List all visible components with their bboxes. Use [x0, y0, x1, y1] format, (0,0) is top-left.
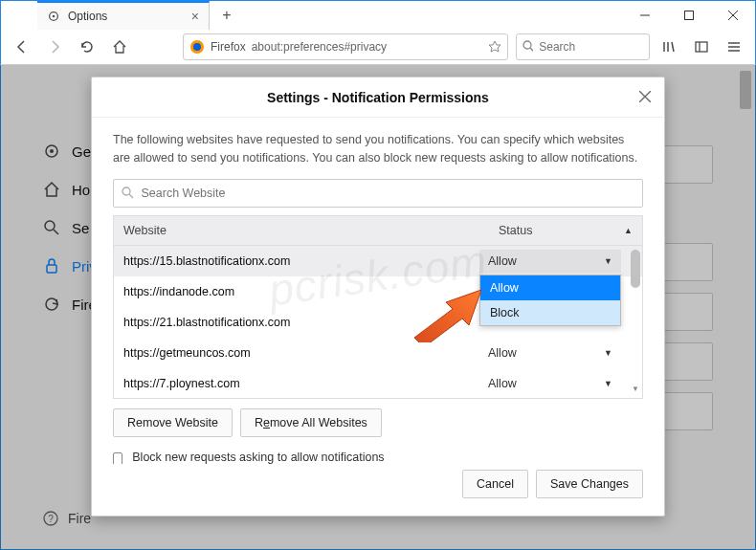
- svg-point-27: [122, 187, 130, 195]
- status-dropdown: Allow Block: [479, 275, 621, 326]
- minimize-icon: [640, 11, 650, 20]
- remove-website-button[interactable]: Remove Website: [113, 408, 233, 437]
- remove-buttons-row: Remove Website Remove All Websites: [113, 408, 643, 437]
- back-icon: [14, 39, 30, 55]
- dialog-title: Settings - Notification Permissions: [267, 90, 489, 105]
- close-icon: [639, 91, 651, 102]
- identity-label: Firefox: [211, 40, 246, 54]
- status-value: Allow: [488, 346, 517, 360]
- sidebar-icon: [694, 39, 709, 55]
- forward-icon: [47, 39, 62, 55]
- block-new-requests-checkbox[interactable]: [113, 452, 122, 465]
- permissions-table: Website Status▲ https://15.blastnotifica…: [113, 215, 643, 399]
- svg-point-8: [523, 41, 531, 49]
- status-value: Allow: [488, 254, 517, 268]
- tab-title: Options: [68, 10, 107, 23]
- svg-point-7: [193, 43, 201, 51]
- window-minimize-button[interactable]: [623, 1, 667, 30]
- notification-permissions-dialog: Settings - Notification Permissions The …: [91, 77, 665, 517]
- sidebar-button[interactable]: [686, 33, 717, 61]
- caret-down-icon: ▼: [604, 379, 612, 388]
- search-website-field[interactable]: [113, 179, 643, 208]
- browser-toolbar: Firefox about:preferences#privacy: [0, 29, 756, 65]
- caret-up-icon: ▲: [624, 226, 633, 235]
- plus-icon: +: [222, 7, 231, 24]
- cancel-button[interactable]: Cancel: [462, 470, 528, 498]
- status-select[interactable]: Allow▼: [479, 341, 621, 364]
- dropdown-option-allow[interactable]: Allow: [480, 275, 620, 300]
- search-icon: [523, 40, 533, 53]
- cell-status[interactable]: Allow▼ Allow Block: [474, 250, 627, 273]
- dialog-body: The following websites have requested to…: [92, 118, 664, 464]
- remove-all-websites-button[interactable]: Remove All Websites: [240, 408, 382, 437]
- btn-label-tail: move All Websites: [270, 416, 367, 429]
- svg-point-1: [53, 15, 56, 18]
- caret-down-icon: ▼: [604, 256, 612, 266]
- scrollbar-thumb[interactable]: [631, 250, 640, 288]
- library-button[interactable]: [654, 33, 684, 61]
- svg-line-12: [672, 42, 674, 52]
- dialog-description: The following websites have requested to…: [113, 131, 643, 167]
- url-text: about:preferences#privacy: [252, 40, 482, 54]
- cell-website: https://7.ploynest.com: [114, 377, 474, 390]
- table-row[interactable]: https://7.ploynest.com Allow▼: [114, 368, 642, 399]
- dropdown-option-block[interactable]: Block: [480, 300, 620, 325]
- forward-button[interactable]: [39, 33, 70, 61]
- search-website-input[interactable]: [142, 187, 635, 200]
- table-body: https://15.blastnotificationx.com Allow▼…: [113, 246, 643, 399]
- close-icon: [728, 11, 738, 20]
- address-bar[interactable]: Firefox about:preferences#privacy: [183, 33, 508, 60]
- svg-line-9: [530, 48, 533, 52]
- checkbox-label: Block new requests asking to allow notif…: [132, 451, 643, 464]
- cell-website: https://indanode.com: [114, 285, 474, 298]
- col-status[interactable]: Status▲: [489, 224, 642, 237]
- table-row[interactable]: https://getmeuncos.com Allow▼: [114, 338, 642, 368]
- search-icon: [122, 187, 134, 199]
- back-button[interactable]: [7, 33, 37, 61]
- window-titlebar: Options × +: [0, 0, 756, 29]
- reload-icon: [79, 39, 95, 55]
- maximize-icon: [684, 11, 694, 20]
- firefox-icon: [189, 39, 205, 55]
- bookmark-star-icon[interactable]: [488, 40, 501, 54]
- new-tab-button[interactable]: +: [215, 4, 238, 27]
- gear-icon: [47, 10, 60, 23]
- scrollbar-down-icon[interactable]: ▼: [631, 385, 640, 393]
- search-input[interactable]: [539, 40, 643, 54]
- browser-tab[interactable]: Options ×: [37, 1, 210, 30]
- library-icon: [661, 39, 677, 55]
- home-button[interactable]: [104, 33, 135, 61]
- cell-website: https://15.blastnotificationx.com: [114, 254, 474, 268]
- hamburger-icon: [726, 39, 742, 55]
- window-close-button[interactable]: [711, 1, 755, 30]
- svg-line-28: [129, 194, 133, 198]
- svg-rect-13: [696, 42, 707, 52]
- reload-button[interactable]: [72, 33, 102, 61]
- table-header: Website Status▲: [113, 215, 643, 246]
- col-website[interactable]: Website: [114, 224, 489, 237]
- svg-rect-3: [685, 11, 694, 20]
- status-select[interactable]: Allow▼: [479, 250, 621, 273]
- dialog-close-button[interactable]: [635, 87, 655, 106]
- status-value: Allow: [488, 377, 517, 390]
- window-maximize-button[interactable]: [667, 1, 711, 30]
- table-row[interactable]: https://15.blastnotificationx.com Allow▼…: [114, 246, 642, 276]
- menu-button[interactable]: [719, 33, 749, 61]
- cell-website: https://getmeuncos.com: [114, 346, 474, 360]
- dialog-footer: Cancel Save Changes: [92, 464, 664, 516]
- search-bar[interactable]: [516, 33, 650, 60]
- close-tab-icon[interactable]: ×: [191, 9, 199, 24]
- save-changes-button[interactable]: Save Changes: [536, 470, 643, 498]
- home-icon: [112, 39, 127, 55]
- dialog-header: Settings - Notification Permissions: [92, 77, 664, 118]
- caret-down-icon: ▼: [604, 348, 612, 358]
- cell-website: https://21.blastnotificationx.com: [114, 316, 474, 329]
- block-new-requests-row: Block new requests asking to allow notif…: [113, 451, 643, 465]
- col-status-label: Status: [499, 224, 532, 237]
- cell-status[interactable]: Allow▼: [474, 372, 627, 395]
- status-select[interactable]: Allow▼: [479, 372, 621, 395]
- table-scrollbar[interactable]: ▼: [631, 250, 640, 393]
- cell-status[interactable]: Allow▼: [474, 341, 627, 364]
